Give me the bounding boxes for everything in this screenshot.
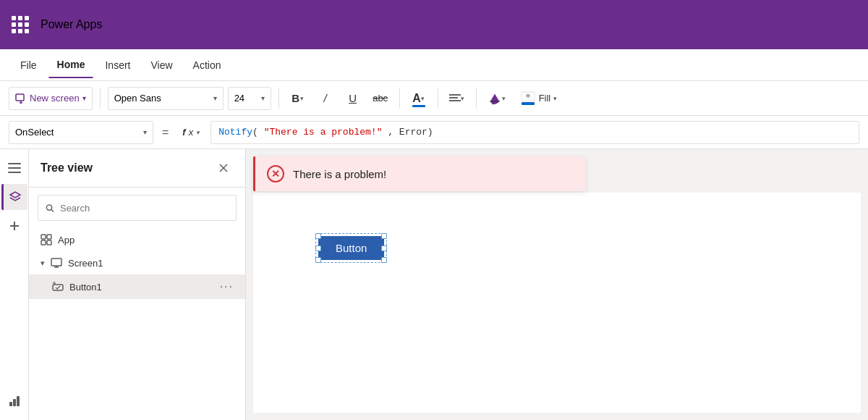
- toolbar-divider-5: [476, 88, 477, 109]
- menu-home[interactable]: Home: [48, 52, 94, 78]
- menu-file[interactable]: File: [12, 52, 46, 78]
- hamburger-menu-button[interactable]: [1, 155, 27, 181]
- fill-icon: [520, 91, 536, 106]
- tree-item-button1[interactable]: Button1 ···: [29, 274, 245, 299]
- formula-text: Notify( "There is a problem!" , Error): [218, 127, 433, 138]
- fill-button[interactable]: Fill ▾: [514, 87, 564, 110]
- property-value: OnSelect: [15, 127, 54, 138]
- sidebar-layers-button[interactable]: [1, 184, 27, 210]
- hamburger-icon-3: [8, 172, 21, 173]
- main-area: Tree view App: [0, 149, 868, 420]
- tree-app-label: App: [58, 235, 234, 245]
- app-icon: [41, 234, 52, 245]
- svg-rect-15: [41, 235, 46, 239]
- align-button[interactable]: ▾: [446, 87, 469, 110]
- add-icon: [8, 219, 21, 232]
- toolbar-divider-1: [100, 88, 101, 109]
- treeview-panel: Tree view App: [29, 149, 246, 420]
- svg-rect-8: [9, 402, 12, 406]
- fx-icon: f: [182, 127, 185, 138]
- selection-handle-bl[interactable]: [315, 257, 321, 263]
- equals-sign: =: [159, 126, 171, 139]
- svg-rect-19: [51, 259, 61, 266]
- svg-point-13: [46, 204, 51, 209]
- font-family-select[interactable]: Open Sans ▾: [108, 87, 224, 110]
- property-select[interactable]: OnSelect ▾: [9, 121, 153, 144]
- font-size-chevron-icon: ▾: [261, 94, 265, 102]
- treeview-title: Tree view: [41, 161, 93, 175]
- close-icon: [219, 164, 228, 172]
- canvas-screen: [253, 193, 861, 413]
- hamburger-icon-2: [8, 167, 21, 169]
- search-input[interactable]: [60, 203, 229, 214]
- property-chevron-icon: ▾: [143, 128, 147, 136]
- tree-button1-label: Button1: [69, 282, 214, 293]
- error-icon: ✕: [267, 165, 284, 182]
- menu-view[interactable]: View: [142, 52, 181, 78]
- screen1-chevron-icon: ▾: [41, 259, 45, 268]
- fx-chevron-icon: ▾: [196, 129, 200, 136]
- font-color-bar: [412, 105, 425, 107]
- underline-icon: U: [349, 92, 357, 104]
- toolbar-divider-2: [278, 88, 279, 109]
- font-color-button[interactable]: A ▾: [407, 87, 430, 110]
- formulabar: OnSelect ▾ = fx ▾ Notify( "There is a pr…: [0, 116, 868, 149]
- sidebar-data-button[interactable]: [1, 388, 27, 414]
- menubar: File Home Insert View Action: [0, 49, 868, 81]
- selection-handle-tl[interactable]: [315, 233, 321, 239]
- selection-handle-br[interactable]: [381, 257, 387, 263]
- svg-rect-16: [47, 235, 51, 239]
- screen-icon: [51, 257, 62, 269]
- strikethrough-button[interactable]: abc: [369, 87, 392, 110]
- treeview-close-button[interactable]: [213, 158, 234, 178]
- formula-input[interactable]: Notify( "There is a problem!" , Error): [210, 121, 859, 144]
- fill-label: Fill: [539, 93, 551, 104]
- hamburger-icon: [8, 163, 21, 164]
- svg-rect-17: [41, 240, 46, 245]
- treeview-search-box[interactable]: [38, 195, 237, 221]
- font-color-chevron-icon: ▾: [421, 95, 425, 102]
- svg-line-14: [51, 209, 54, 211]
- fx-button[interactable]: fx ▾: [177, 121, 205, 144]
- paint-bucket-button[interactable]: ▾: [484, 87, 509, 110]
- svg-rect-5: [522, 102, 535, 105]
- new-screen-chevron-icon: ▾: [82, 94, 86, 102]
- canvas-button-wrap[interactable]: Button: [318, 236, 384, 260]
- font-color-icon: A: [412, 92, 421, 105]
- sidebar-add-button[interactable]: [1, 213, 27, 239]
- search-icon: [46, 203, 54, 213]
- apps-icon[interactable]: [12, 16, 29, 33]
- button-icon: [52, 281, 64, 293]
- toolbar-divider-4: [438, 88, 438, 109]
- error-message: There is a problem!: [293, 168, 386, 180]
- new-screen-button[interactable]: New screen ▾: [9, 87, 93, 110]
- selection-handle-mr[interactable]: [381, 245, 387, 251]
- canvas-button[interactable]: Button: [318, 236, 384, 260]
- data-icon: [8, 395, 21, 408]
- font-family-chevron-icon: ▾: [213, 94, 217, 102]
- app-title: Power Apps: [41, 18, 102, 31]
- strikethrough-icon: abc: [373, 93, 388, 104]
- fx-x-icon: x: [189, 127, 194, 138]
- tree-item-screen1[interactable]: ▾ Screen1: [29, 251, 245, 274]
- font-size-select[interactable]: 24 ▾: [228, 87, 271, 110]
- new-screen-icon: [15, 93, 27, 104]
- tree-button1-more-icon[interactable]: ···: [220, 280, 234, 293]
- svg-rect-18: [47, 240, 51, 245]
- bold-button[interactable]: B ▾: [286, 87, 310, 110]
- selection-handle-tr[interactable]: [381, 233, 387, 239]
- align-chevron-icon: ▾: [461, 95, 464, 102]
- align-icon: [449, 93, 461, 104]
- font-size-value: 24: [234, 93, 244, 104]
- tree-screen1-label: Screen1: [68, 258, 234, 269]
- menu-insert[interactable]: Insert: [96, 52, 139, 78]
- underline-button[interactable]: U: [341, 87, 365, 110]
- selection-handle-ml[interactable]: [315, 245, 321, 251]
- error-notification: ✕ There is a problem!: [253, 156, 586, 191]
- italic-icon: /: [324, 92, 327, 104]
- italic-button[interactable]: /: [314, 87, 337, 110]
- new-screen-label: New screen: [30, 93, 80, 104]
- tree-item-app[interactable]: App: [29, 228, 245, 251]
- menu-action[interactable]: Action: [184, 52, 230, 78]
- canvas-area[interactable]: ✕ There is a problem! Button: [246, 149, 868, 420]
